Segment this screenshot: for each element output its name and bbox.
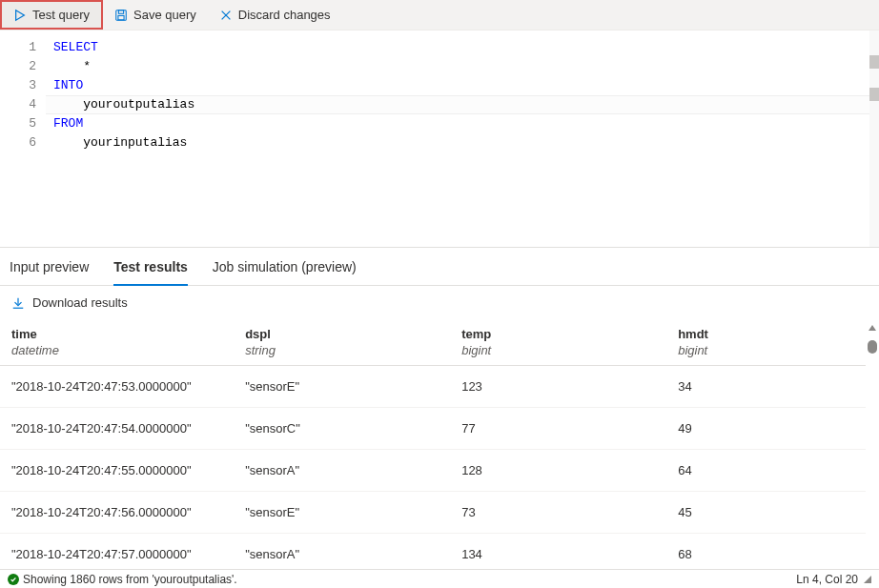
line-number: 4 bbox=[0, 95, 36, 114]
cell-temp: 128 bbox=[450, 450, 666, 492]
results-table-scroll[interactable]: time dspl temp hmdt datetime string bigi… bbox=[0, 319, 866, 569]
status-left: Showing 1860 rows from 'youroutputalias'… bbox=[8, 573, 237, 586]
col-header-dspl[interactable]: dspl bbox=[234, 319, 450, 343]
code-line[interactable]: youroutputalias bbox=[46, 95, 869, 114]
col-type-time: datetime bbox=[0, 343, 234, 366]
results-table-wrap: time dspl temp hmdt datetime string bigi… bbox=[0, 319, 879, 569]
col-header-hmdt[interactable]: hmdt bbox=[666, 319, 866, 343]
cell-hmdt: 34 bbox=[666, 366, 866, 408]
cell-hmdt: 68 bbox=[666, 534, 866, 570]
cell-time: "2018-10-24T20:47:57.0000000" bbox=[0, 534, 234, 570]
test-query-label: Test query bbox=[32, 8, 90, 22]
code-line[interactable]: INTO bbox=[46, 76, 869, 95]
download-results-label: Download results bbox=[32, 295, 128, 310]
col-type-temp: bigint bbox=[450, 343, 666, 366]
col-header-temp[interactable]: temp bbox=[450, 319, 666, 343]
minimap-mark bbox=[869, 88, 879, 101]
tab-test-results[interactable]: Test results bbox=[113, 259, 188, 286]
results-table: time dspl temp hmdt datetime string bigi… bbox=[0, 319, 866, 569]
cell-dspl: "sensorA" bbox=[234, 450, 450, 492]
cell-temp: 134 bbox=[450, 534, 666, 570]
code-line[interactable]: yourinputalias bbox=[46, 133, 869, 152]
svg-rect-2 bbox=[118, 10, 123, 13]
cell-time: "2018-10-24T20:47:54.0000000" bbox=[0, 408, 234, 450]
cell-temp: 73 bbox=[450, 492, 666, 534]
editor-minimap-scroll[interactable] bbox=[869, 30, 879, 247]
play-icon bbox=[13, 9, 27, 22]
table-row[interactable]: "2018-10-24T20:47:56.0000000""sensorE"73… bbox=[0, 492, 866, 534]
table-row[interactable]: "2018-10-24T20:47:53.0000000""sensorE"12… bbox=[0, 366, 866, 408]
cell-hmdt: 64 bbox=[666, 450, 866, 492]
table-scrollbar[interactable] bbox=[866, 319, 879, 569]
toolbar: Test query Save query Discard changes bbox=[0, 0, 879, 30]
discard-changes-button[interactable]: Discard changes bbox=[208, 0, 342, 30]
cell-dspl: "sensorE" bbox=[234, 366, 450, 408]
cell-dspl: "sensorC" bbox=[234, 408, 450, 450]
table-types-row: datetime string bigint bigint bbox=[0, 343, 866, 366]
line-gutter: 123456 bbox=[0, 30, 46, 247]
svg-marker-8 bbox=[869, 325, 876, 331]
cell-hmdt: 49 bbox=[666, 408, 866, 450]
col-header-time[interactable]: time bbox=[0, 319, 234, 343]
svg-rect-3 bbox=[118, 15, 124, 19]
status-message: Showing 1860 rows from 'youroutputalias'… bbox=[23, 573, 237, 586]
col-type-hmdt: bigint bbox=[666, 343, 866, 366]
cursor-position: Ln 4, Col 20 bbox=[796, 573, 858, 586]
cell-temp: 123 bbox=[450, 366, 666, 408]
line-number: 5 bbox=[0, 114, 36, 133]
svg-marker-0 bbox=[16, 10, 25, 20]
tab-input-preview[interactable]: Input preview bbox=[10, 259, 89, 285]
download-icon bbox=[11, 296, 25, 310]
cell-dspl: "sensorA" bbox=[234, 534, 450, 570]
save-query-label: Save query bbox=[133, 8, 196, 22]
status-bar: Showing 1860 rows from 'youroutputalias'… bbox=[0, 569, 879, 588]
line-number: 2 bbox=[0, 57, 36, 76]
success-icon bbox=[8, 574, 19, 585]
cell-time: "2018-10-24T20:47:56.0000000" bbox=[0, 492, 234, 534]
close-icon bbox=[219, 9, 233, 22]
line-number: 3 bbox=[0, 76, 36, 95]
resize-handle-icon[interactable] bbox=[864, 576, 871, 583]
cell-dspl: "sensorE" bbox=[234, 492, 450, 534]
download-results-button[interactable]: Download results bbox=[0, 286, 879, 319]
save-icon bbox=[114, 9, 128, 22]
code-line[interactable]: * bbox=[46, 57, 869, 76]
tab-job-simulation[interactable]: Job simulation (preview) bbox=[213, 259, 357, 285]
scroll-thumb[interactable] bbox=[868, 340, 877, 354]
line-number: 1 bbox=[0, 38, 36, 57]
save-query-button[interactable]: Save query bbox=[103, 0, 208, 30]
cell-temp: 77 bbox=[450, 408, 666, 450]
table-row[interactable]: "2018-10-24T20:47:55.0000000""sensorA"12… bbox=[0, 450, 866, 492]
results-tabs: Input preview Test results Job simulatio… bbox=[0, 248, 879, 286]
scroll-up-icon bbox=[868, 323, 877, 333]
test-query-button[interactable]: Test query bbox=[0, 0, 103, 30]
cell-time: "2018-10-24T20:47:53.0000000" bbox=[0, 366, 234, 408]
table-header-row: time dspl temp hmdt bbox=[0, 319, 866, 343]
code-line[interactable]: FROM bbox=[46, 114, 869, 133]
table-row[interactable]: "2018-10-24T20:47:54.0000000""sensorC"77… bbox=[0, 408, 866, 450]
cell-time: "2018-10-24T20:47:55.0000000" bbox=[0, 450, 234, 492]
col-type-dspl: string bbox=[234, 343, 450, 366]
line-number: 6 bbox=[0, 133, 36, 152]
status-right: Ln 4, Col 20 bbox=[796, 573, 871, 586]
cell-hmdt: 45 bbox=[666, 492, 866, 534]
discard-changes-label: Discard changes bbox=[238, 8, 331, 22]
code-area[interactable]: SELECT *INTO youroutputaliasFROM yourinp… bbox=[46, 30, 869, 247]
code-line[interactable]: SELECT bbox=[46, 38, 869, 57]
minimap-mark bbox=[869, 55, 879, 69]
table-row[interactable]: "2018-10-24T20:47:57.0000000""sensorA"13… bbox=[0, 534, 866, 570]
query-editor[interactable]: 123456 SELECT *INTO youroutputaliasFROM … bbox=[0, 30, 879, 248]
